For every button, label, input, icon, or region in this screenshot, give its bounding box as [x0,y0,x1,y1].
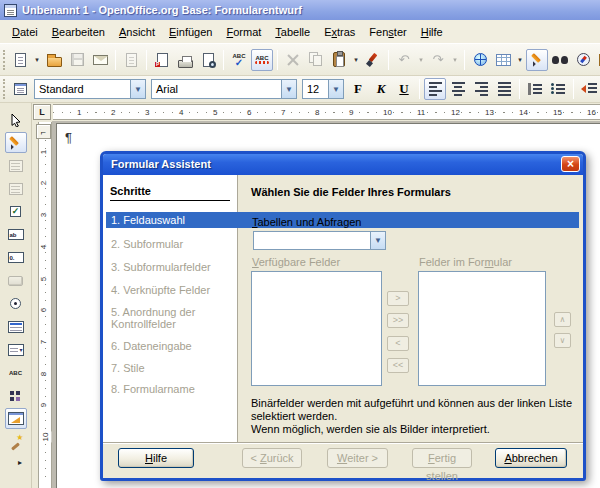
spellcheck-button[interactable]: ABC✓ [228,49,250,71]
italic-button[interactable]: K [370,78,392,100]
formatting-toolbar: Standard ▼ Arial ▼ 12 ▼ F K U A [0,76,600,103]
form-properties-button[interactable] [5,178,27,199]
move-all-right-button[interactable]: >> [387,313,409,328]
save-button[interactable] [66,49,88,71]
chevron-down-icon[interactable]: ▼ [281,80,296,98]
ruler-number: 15 [552,107,563,118]
option-button-button[interactable] [5,293,27,314]
label-field-button[interactable]: ABC [5,362,27,383]
next-button[interactable]: Weiter > [327,448,388,468]
cancel-button[interactable]: Abbrechen [495,448,567,468]
font-name-value: Arial [152,83,281,95]
print-button[interactable] [174,49,196,71]
dialog-titlebar[interactable]: Formular Assistent [103,154,583,175]
align-right-button[interactable] [470,78,492,100]
text-box-button[interactable]: ab [5,224,27,245]
steps-heading: Schritte [110,185,230,201]
move-up-button[interactable]: ∧ [554,312,571,327]
numbered-list-button[interactable] [524,78,546,100]
insert-table-button[interactable] [492,49,514,71]
ruler-number: 11 [416,107,426,118]
bold-button[interactable]: F [347,78,369,100]
export-pdf-button[interactable]: P [151,49,173,71]
toolbar-grip[interactable] [3,50,5,70]
control-properties-button[interactable] [5,155,27,176]
paste-dropdown-icon[interactable]: ▾ [351,49,361,71]
step-5-anordnung[interactable]: 5. Anordnung der Kontrollfelder [106,304,224,332]
new-document-button[interactable] [9,49,31,71]
open-button[interactable] [43,49,65,71]
formatted-field-button[interactable]: 0. [5,247,27,268]
decrease-indent-button[interactable] [578,78,600,100]
push-button-button[interactable] [5,270,27,291]
redo-dropdown-icon[interactable]: ▾ [450,49,460,71]
chevron-down-icon[interactable]: ▼ [370,232,385,249]
align-center-button[interactable] [447,78,469,100]
menu-einfuegen[interactable]: Einfügen [162,23,219,41]
undo-button[interactable]: ↶ [393,49,415,71]
paste-button[interactable] [328,49,350,71]
vertical-ruler[interactable]: 12345678910 [38,122,52,488]
redo-button[interactable]: ↷ [427,49,449,71]
ruler-number: 8 [314,107,320,118]
help-button[interactable]: Hilfe [118,448,194,468]
menu-datei[interactable]: Datei [5,23,45,41]
move-down-button[interactable]: ∨ [554,333,571,348]
insert-table-dropdown-icon[interactable]: ▾ [515,49,525,71]
copy-button[interactable] [305,49,327,71]
horizontal-ruler[interactable]: 12345678910111213141516 [53,104,600,120]
email-button[interactable] [89,49,111,71]
finish-button[interactable]: Fertig stellen [412,448,472,468]
cut-button[interactable] [282,49,304,71]
undo-dropdown-icon[interactable]: ▾ [416,49,426,71]
form-design-button[interactable] [5,408,27,429]
gallery-button[interactable] [595,49,600,71]
move-right-button[interactable]: > [387,291,409,306]
design-mode-on-off-button[interactable] [5,132,27,153]
menu-fenster[interactable]: Fenster [362,23,413,41]
check-box-button[interactable]: ✓ [5,201,27,222]
back-button[interactable]: < Zurück [242,448,302,468]
chevron-down-icon[interactable]: ▼ [328,80,343,98]
navigator-button[interactable] [572,49,594,71]
select-button[interactable] [5,109,27,130]
find-replace-button[interactable] [549,49,571,71]
edit-file-button[interactable] [120,49,142,71]
format-paintbrush-button[interactable] [362,49,384,71]
move-left-button[interactable]: < [387,336,409,351]
menu-extras[interactable]: Extras [317,23,362,41]
styles-button[interactable] [9,78,31,100]
close-icon[interactable]: × [561,156,580,172]
combo-box-button[interactable] [5,339,27,360]
align-left-button[interactable] [424,78,446,100]
tables-queries-combo[interactable]: ▼ [253,231,386,250]
font-name-combo[interactable]: Arial ▼ [151,79,297,99]
wizards-on-off-button[interactable] [5,431,27,452]
more-controls-button[interactable] [5,385,27,406]
list-box-button[interactable] [5,316,27,337]
available-fields-list[interactable] [251,271,382,386]
tab-stop-selector[interactable]: L [33,104,51,120]
hyperlink-button[interactable] [469,49,491,71]
fields-in-form-list[interactable] [418,271,546,386]
move-all-left-button[interactable]: << [387,358,409,373]
bullet-list-button[interactable] [547,78,569,100]
chevron-down-icon[interactable]: ▼ [130,80,145,98]
auto-spellcheck-button[interactable]: ABC [251,49,273,71]
ruler-number: 5 [39,275,49,281]
toolbar-grip[interactable] [3,79,5,99]
underline-button[interactable]: U [393,78,415,100]
menu-hilfe[interactable]: Hilfe [414,23,450,41]
page-preview-button[interactable] [197,49,219,71]
font-size-combo[interactable]: 12 ▼ [302,79,344,99]
justified-button[interactable] [493,78,515,100]
menu-bearbeiten[interactable]: Bearbeiten [45,23,112,41]
new-document-dropdown-icon[interactable]: ▾ [32,49,42,71]
menu-tabelle[interactable]: Tabelle [268,23,317,41]
menu-ansicht[interactable]: Ansicht [112,23,162,41]
paragraph-style-combo[interactable]: Standard ▼ [34,79,146,99]
menu-format[interactable]: Format [219,23,268,41]
design-mode-button[interactable] [526,49,548,71]
toolbar-separator [388,50,389,70]
more-buttons-arrow[interactable]: ▸ [14,456,26,468]
